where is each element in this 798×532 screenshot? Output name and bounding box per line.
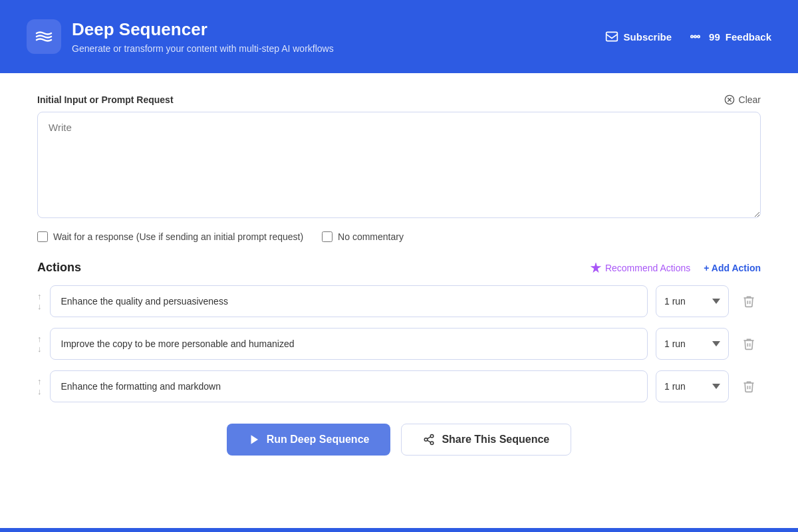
bottom-buttons: Run Deep Sequence Share This Sequence [37, 424, 761, 456]
action-row: ↑ ↓ 1 run2 runs3 runs [37, 328, 761, 360]
sort-up-arrow-0[interactable]: ↑ [37, 292, 42, 301]
share-sequence-button[interactable]: Share This Sequence [401, 424, 571, 456]
sort-arrows-1[interactable]: ↑ ↓ [37, 334, 42, 353]
svg-point-1 [694, 35, 696, 37]
action-input-2[interactable] [50, 370, 648, 402]
delete-action-button-2[interactable] [737, 374, 761, 398]
action-input-1[interactable] [50, 328, 648, 360]
app-subtitle: Generate or transform your content with … [72, 43, 334, 54]
prompt-textarea[interactable] [37, 112, 761, 218]
bottom-bar [0, 528, 798, 532]
action-input-0[interactable] [50, 285, 648, 317]
wait-response-label: Wait for a response (Use if sending an i… [53, 231, 303, 242]
sort-up-arrow-1[interactable]: ↑ [37, 334, 42, 343]
recommend-label: Recommend Actions [605, 263, 690, 273]
header-title-block: Deep Sequencer Generate or transform you… [72, 19, 334, 53]
subscribe-button[interactable]: Subscribe [605, 30, 672, 43]
input-label-row: Initial Input or Prompt Request Clear [37, 94, 761, 105]
svg-line-8 [428, 440, 431, 442]
add-action-label: + Add Action [704, 263, 761, 273]
delete-action-button-0[interactable] [737, 289, 761, 313]
no-commentary-label: No commentary [338, 231, 404, 242]
sort-down-arrow-0[interactable]: ↓ [37, 302, 42, 311]
header-left: Deep Sequencer Generate or transform you… [27, 19, 334, 54]
recommend-actions-button[interactable]: Recommend Actions [591, 263, 690, 273]
subscribe-label: Subscribe [624, 31, 672, 43]
header: Deep Sequencer Generate or transform you… [0, 0, 798, 73]
clear-label: Clear [739, 94, 761, 105]
feedback-button[interactable]: 99 Feedback [690, 30, 771, 43]
checkbox-row: Wait for a response (Use if sending an i… [37, 231, 761, 242]
svg-point-7 [431, 442, 434, 445]
svg-rect-0 [606, 32, 617, 41]
wait-response-checkbox[interactable] [37, 231, 48, 242]
no-commentary-checkbox-label[interactable]: No commentary [322, 231, 404, 242]
run-select-1[interactable]: 1 run2 runs3 runs [656, 328, 729, 360]
actions-title: Actions [37, 261, 81, 275]
share-label: Share This Sequence [442, 434, 549, 446]
main-content: Initial Input or Prompt Request Clear Wa… [0, 73, 798, 528]
wait-response-checkbox-label[interactable]: Wait for a response (Use if sending an i… [37, 231, 303, 242]
logo-icon [27, 19, 61, 54]
add-action-button[interactable]: + Add Action [704, 263, 761, 273]
header-right: Subscribe 99 Feedback [605, 30, 771, 43]
feedback-count: 99 [709, 31, 720, 43]
svg-line-9 [428, 437, 431, 439]
clear-button[interactable]: Clear [724, 94, 761, 105]
run-select-0[interactable]: 1 run2 runs3 runs [656, 285, 729, 317]
svg-point-2 [698, 35, 700, 37]
actions-header-right: Recommend Actions + Add Action [591, 263, 761, 273]
no-commentary-checkbox[interactable] [322, 231, 332, 242]
delete-action-button-1[interactable] [737, 332, 761, 356]
sort-down-arrow-2[interactable]: ↓ [37, 387, 42, 396]
sort-arrows-0[interactable]: ↑ ↓ [37, 292, 42, 311]
run-select-2[interactable]: 1 run2 runs3 runs [656, 370, 729, 402]
run-label: Run Deep Sequence [267, 434, 370, 446]
actions-header: Actions Recommend Actions + Add Action [37, 261, 761, 275]
run-deep-sequence-button[interactable]: Run Deep Sequence [227, 424, 391, 456]
svg-point-6 [425, 438, 428, 442]
app-title: Deep Sequencer [72, 19, 334, 40]
svg-marker-4 [251, 435, 258, 444]
action-row: ↑ ↓ 1 run2 runs3 runs [37, 370, 761, 402]
sort-up-arrow-2[interactable]: ↑ [37, 377, 42, 386]
feedback-label: Feedback [726, 31, 771, 43]
svg-point-5 [431, 435, 434, 438]
action-row: ↑ ↓ 1 run2 runs3 runs [37, 285, 761, 317]
svg-point-3 [691, 35, 693, 37]
sort-arrows-2[interactable]: ↑ ↓ [37, 377, 42, 396]
input-section-label: Initial Input or Prompt Request [37, 94, 174, 105]
action-rows-container: ↑ ↓ 1 run2 runs3 runs ↑ ↓ 1 run2 runs3 r… [37, 285, 761, 402]
sort-down-arrow-1[interactable]: ↓ [37, 344, 42, 353]
